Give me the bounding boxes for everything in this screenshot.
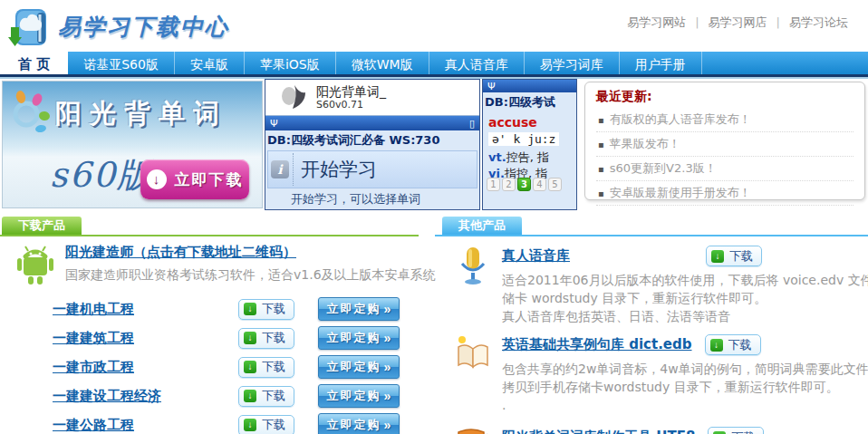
update-item[interactable]: ▪ 苹果版发布！ bbox=[596, 132, 854, 157]
download-button[interactable]: ↓下载 bbox=[705, 334, 761, 355]
top-links: 易学习网站|易学习网店|易学习论坛 bbox=[618, 14, 857, 31]
page-number[interactable]: 4 bbox=[533, 178, 546, 191]
download-arrow-icon: ↓ bbox=[710, 339, 723, 352]
statusbar: Ψ bbox=[483, 80, 576, 92]
other-product-link[interactable]: 真人语音库 bbox=[502, 247, 570, 265]
download-arrow-icon: ↓ bbox=[244, 332, 256, 344]
product-link[interactable]: 一建建设工程经济 bbox=[53, 388, 238, 405]
nav-item-s60[interactable]: 诺基亚S60版 bbox=[68, 52, 175, 74]
other-product-link[interactable]: 阳光背单词词库制作工具 UTF8 bbox=[502, 429, 695, 434]
menu-row-start-learning[interactable]: i 开始学习 bbox=[267, 150, 477, 188]
update-item[interactable]: ▪ 安卓版最新使用手册发布！ bbox=[596, 181, 854, 206]
product-link[interactable]: 一建公路工程 bbox=[53, 417, 238, 434]
statusbar: Ψ ▯ bbox=[265, 116, 479, 130]
banner-title: 阳光背单词 bbox=[55, 96, 227, 132]
blue-tab-underline bbox=[435, 235, 868, 236]
bullet-icon: ▪ bbox=[598, 140, 604, 149]
order-button[interactable]: 立即定购» bbox=[318, 413, 400, 434]
download-arrow-icon: ↓ bbox=[244, 390, 256, 402]
link-forum[interactable]: 易学习论坛 bbox=[789, 15, 848, 29]
download-button[interactable]: ↓下载 bbox=[238, 357, 294, 378]
order-button[interactable]: 立即定购» bbox=[318, 326, 400, 350]
order-arrow-icon: » bbox=[384, 331, 391, 345]
other-products-column: 其他产品 真人语音库 ↓下载 适合2011年06月以后版本的软件使用，下载后将 … bbox=[435, 217, 868, 434]
products-section: 下载产品 阳光建造师（点击有下载地址二维码） 国家建造师职业资格考试练习软件，适… bbox=[0, 217, 868, 428]
db-info-line: DB:四级考试词汇必备 WS:730 bbox=[265, 130, 479, 149]
download-button[interactable]: ↓下载 bbox=[706, 246, 762, 266]
nav-item-manual[interactable]: 用户手册 bbox=[620, 52, 702, 74]
bullet-icon: ▪ bbox=[598, 164, 604, 174]
update-item[interactable]: ▪ s60更新到V2.3版！ bbox=[596, 157, 854, 181]
banner-download-button[interactable]: ↓ 立即下载 bbox=[140, 159, 249, 199]
nav-item-voice[interactable]: 真人语音库 bbox=[429, 52, 525, 74]
order-arrow-icon: » bbox=[384, 302, 391, 316]
download-arrow-icon: ↓ bbox=[711, 250, 724, 263]
product-header: 阳光建造师（点击有下载地址二维码） 国家建造师职业资格考试练习软件，适合v1.6… bbox=[0, 244, 419, 285]
recent-updates-box: 最近更新: ▪ 有版权的真人语音库发布！ ▪ 苹果版发布！ ▪ s60更新到V2… bbox=[584, 82, 865, 200]
download-arrow-icon: ↓ bbox=[244, 303, 256, 315]
nav-item-ios[interactable]: 苹果iOS版 bbox=[245, 52, 336, 74]
other-product-title-row: 阳光背单词词库制作工具 UTF8 ↓下载 bbox=[502, 427, 764, 434]
battery-icon: ▯ bbox=[469, 118, 475, 130]
order-button[interactable]: 立即定购» bbox=[318, 355, 400, 379]
promo-banner[interactable]: 阳光背单词 s60版 ↓ 立即下载 bbox=[2, 81, 263, 208]
download-products-tabbar: 下载产品 bbox=[0, 217, 419, 236]
toolkit-book-icon bbox=[455, 427, 491, 434]
db-info-line: DB:四级考试 bbox=[483, 92, 576, 111]
order-button[interactable]: 立即定购» bbox=[318, 297, 400, 321]
other-product-link[interactable]: 英语基础共享例句库 dict.edb bbox=[502, 336, 692, 353]
recent-updates-title: 最近更新: bbox=[596, 89, 854, 105]
download-button[interactable]: ↓下载 bbox=[238, 386, 294, 407]
other-product-title-row: 英语基础共享例句库 dict.edb ↓下载 bbox=[502, 334, 868, 355]
link-shop[interactable]: 易学习网店 bbox=[709, 15, 767, 29]
download-row: 一建公路工程 ↓下载 立即定购» bbox=[53, 410, 419, 434]
tab-download-products[interactable]: 下载产品 bbox=[2, 217, 82, 235]
other-product-item: 英语基础共享例句库 dict.edb ↓下载 包含共享的约2w单词音标，4w单词… bbox=[455, 334, 868, 414]
page-number[interactable]: 5 bbox=[548, 178, 562, 191]
other-product-title-row: 真人语音库 ↓下载 bbox=[502, 246, 868, 266]
link-separator: | bbox=[695, 15, 699, 29]
product-link[interactable]: 一建建筑工程 bbox=[53, 330, 238, 347]
link-website[interactable]: 易学习网站 bbox=[627, 15, 686, 29]
site-header: 易学习下载中心 易学习网站|易学习网店|易学习论坛 bbox=[0, 0, 868, 52]
nav-item-wm[interactable]: 微软WM版 bbox=[336, 52, 429, 74]
update-item[interactable]: ▪ 有版权的真人语音库发布！ bbox=[596, 108, 854, 132]
download-arrow-icon: ↓ bbox=[713, 431, 726, 434]
nav-item-dict[interactable]: 易学习词库 bbox=[525, 52, 620, 74]
vocabulary-word: accuse bbox=[483, 111, 576, 130]
flower-logo-icon bbox=[6, 89, 53, 136]
nav-item-home[interactable]: 首 页 bbox=[0, 52, 68, 74]
page-number-active[interactable]: 3 bbox=[517, 178, 531, 191]
page-number[interactable]: 2 bbox=[502, 178, 516, 191]
main-nav: 首 页 诺基亚S60版 安卓版 苹果iOS版 微软WM版 真人语音库 易学习词库… bbox=[0, 52, 868, 77]
download-button[interactable]: ↓下载 bbox=[708, 427, 764, 434]
app-logo-icon bbox=[278, 83, 309, 112]
product-link[interactable]: 一建市政工程 bbox=[53, 359, 238, 376]
download-button[interactable]: ↓下载 bbox=[238, 299, 294, 320]
product-description: 国家建造师职业资格考试练习软件，适合v1.6及以上版本安卓系统 bbox=[65, 267, 436, 284]
nav-item-android[interactable]: 安卓版 bbox=[175, 52, 245, 74]
site-logo[interactable]: 易学习下载中心 bbox=[7, 4, 229, 49]
product-link[interactable]: 一建机电工程 bbox=[53, 301, 238, 318]
tab-other-products[interactable]: 其他产品 bbox=[442, 217, 522, 235]
download-products-column: 下载产品 阳光建造师（点击有下载地址二维码） 国家建造师职业资格考试练习软件，适… bbox=[0, 217, 419, 434]
other-products-tabbar: 其他产品 bbox=[435, 217, 868, 236]
order-arrow-icon: » bbox=[384, 389, 391, 403]
other-product-item: 真人语音库 ↓下载 适合2011年06月以后版本的软件使用，下载后将 voice… bbox=[455, 246, 868, 325]
open-book-icon bbox=[455, 334, 491, 371]
order-arrow-icon: » bbox=[384, 360, 391, 374]
menu-description: 开始学习，可以选择单词 bbox=[265, 188, 479, 207]
green-tab-underline bbox=[0, 235, 419, 236]
order-button[interactable]: 立即定购» bbox=[318, 384, 400, 408]
meaning-line-1: vt.控告, 指 bbox=[483, 149, 576, 166]
bullet-icon: ▪ bbox=[598, 115, 604, 125]
download-arrow-icon: ↓ bbox=[244, 419, 256, 431]
page-number[interactable]: 1 bbox=[487, 178, 500, 191]
logo-text: 易学习下载中心 bbox=[58, 12, 229, 42]
download-button[interactable]: ↓下载 bbox=[238, 328, 294, 349]
download-button[interactable]: ↓下载 bbox=[238, 415, 294, 434]
app-version: S60v0.71 bbox=[316, 99, 386, 111]
product-title-link[interactable]: 阳光建造师（点击有下载地址二维码） bbox=[65, 244, 436, 261]
menu-separator bbox=[293, 153, 294, 186]
microphone-icon bbox=[455, 246, 491, 285]
